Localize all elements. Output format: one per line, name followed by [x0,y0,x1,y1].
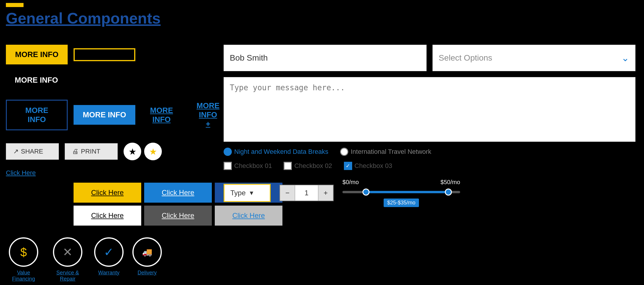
radio-button-2 [340,148,348,156]
more-info-link-button[interactable]: MORE INFO [141,101,182,129]
checkbox-label-3: Checkbox 03 [355,162,392,170]
checkbox-label-1: Checkbox 01 [234,162,272,170]
click-here-blue-button[interactable]: Click Here [144,183,212,203]
slider-section: $0/mo $50/mo $25-$35/mo [342,179,460,207]
click-here-link[interactable]: Click Here [6,169,36,176]
service-icon-warranty: ✓ Warranty [94,237,124,276]
bottom-controls-row: Type ▼ − 1 + $0/mo $50/mo [224,179,635,207]
slider-fill [366,191,448,193]
service-icon-financing: $ Value Financing [6,237,41,282]
click-here-text-button[interactable]: Click Here [74,206,141,226]
share-label: SHARE [21,148,43,155]
type-label: Type [230,189,246,197]
service-repair-icon[interactable]: ✕ [53,237,82,267]
print-button[interactable]: 🖨 PRINT [65,143,118,160]
warranty-icon[interactable]: ✓ [94,237,124,267]
more-info-blue-button[interactable]: MORE INFO [74,105,135,125]
chevron-down-type-icon: ▼ [249,190,254,196]
chevron-down-icon: ⌄ [621,52,629,64]
checkbox-1 [224,162,232,170]
slider-thumb-left[interactable] [362,189,370,196]
slider-selected-value: $25-$35/mo [384,199,419,207]
radio-option-2[interactable]: International Travel Network [340,148,431,156]
more-info-outline-button[interactable] [74,48,135,61]
stepper-decrement-button[interactable]: − [280,185,295,201]
select-dropdown[interactable]: Select Options ⌄ [432,45,635,71]
button-row-2: MORE INFO MORE INFO MORE INFO MORE INFO … [6,96,212,134]
form-row-1: Select Options ⌄ [224,45,635,71]
checkbox-option-2[interactable]: Checkbox 02 [284,162,332,170]
service-icon-service: ✕ Service & Repair [50,237,85,282]
checkbox-option-3[interactable]: Checkbox 03 [344,162,392,170]
more-info-link-plus-button[interactable]: MORE INFO + [188,96,228,134]
options-row: Night and Weekend Data Breaks Internatio… [224,148,635,156]
more-info-yellow-button[interactable]: MORE INFO [6,45,68,64]
star-outline-icon[interactable]: ★ [124,143,141,160]
top-bar [6,3,24,7]
button-row-1: MORE INFO MORE INFO [6,45,212,90]
checkbox-3 [344,162,352,170]
service-icon-delivery: 🚚 Delivery [132,237,162,276]
radio-option-1[interactable]: Night and Weekend Data Breaks [224,148,328,156]
more-info-outline-blue-button[interactable]: MORE INFO [6,100,68,130]
slider-thumb-right[interactable] [445,189,452,196]
select-placeholder: Select Options [439,53,492,63]
checkbox-row: Checkbox 01 Checkbox 02 Checkbox 03 [224,162,635,170]
service-repair-label: Service & Repair [50,270,85,282]
financing-label: Value Financing [6,270,41,282]
type-dropdown[interactable]: Type ▼ [224,184,271,202]
warranty-label: Warranty [98,270,119,276]
click-here-grid: Click Here Click Here Click Here Click H… [74,183,212,226]
slider-max-label: $50/mo [440,179,460,186]
star-icons: ★ ★ [124,143,162,160]
radio-label-2: International Travel Network [351,148,431,156]
page-title: General Components [6,9,638,27]
delivery-label: Delivery [137,270,157,276]
main-layout: MORE INFO MORE INFO MORE INFO MORE INFO … [6,45,638,282]
click-here-light-gray-button[interactable]: Click Here [215,206,282,226]
print-icon: 🖨 [72,148,79,155]
slider-labels: $0/mo $50/mo [342,179,460,186]
delivery-icon[interactable]: 🚚 [132,237,162,267]
star-filled-icon[interactable]: ★ [144,143,162,160]
checkbox-label-2: Checkbox 02 [294,162,332,170]
left-panel: MORE INFO MORE INFO MORE INFO MORE INFO … [6,45,212,282]
slider-track[interactable] [342,191,460,193]
action-row: ↗ SHARE 🖨 PRINT ★ ★ [6,143,212,160]
page-container: General Components MORE INFO MORE INFO M… [0,0,644,285]
share-button[interactable]: ↗ SHARE [6,143,59,160]
click-here-yellow-button[interactable]: Click Here [74,183,141,203]
service-icons-row: $ Value Financing ✕ Service & Repair ✓ W… [6,237,212,282]
slider-min-label: $0/mo [342,179,359,186]
name-input[interactable] [224,45,427,71]
financing-icon[interactable]: $ [9,237,38,267]
link-section: Click Here [6,169,212,177]
radio-label-1: Night and Weekend Data Breaks [234,148,328,156]
right-panel: Select Options ⌄ Night and Weekend Data … [224,45,635,207]
more-info-text-button: MORE INFO [6,70,67,90]
checkbox-option-1[interactable]: Checkbox 01 [224,162,272,170]
print-label: PRINT [81,148,100,155]
stepper-value: 1 [295,185,318,201]
number-stepper: − 1 + [279,185,334,201]
share-icon: ↗ [13,148,19,155]
radio-button-1 [224,148,232,156]
stepper-increment-button[interactable]: + [318,185,333,201]
checkbox-2 [284,162,292,170]
message-textarea[interactable] [224,77,635,142]
click-here-gray-button[interactable]: Click Here [144,206,212,226]
